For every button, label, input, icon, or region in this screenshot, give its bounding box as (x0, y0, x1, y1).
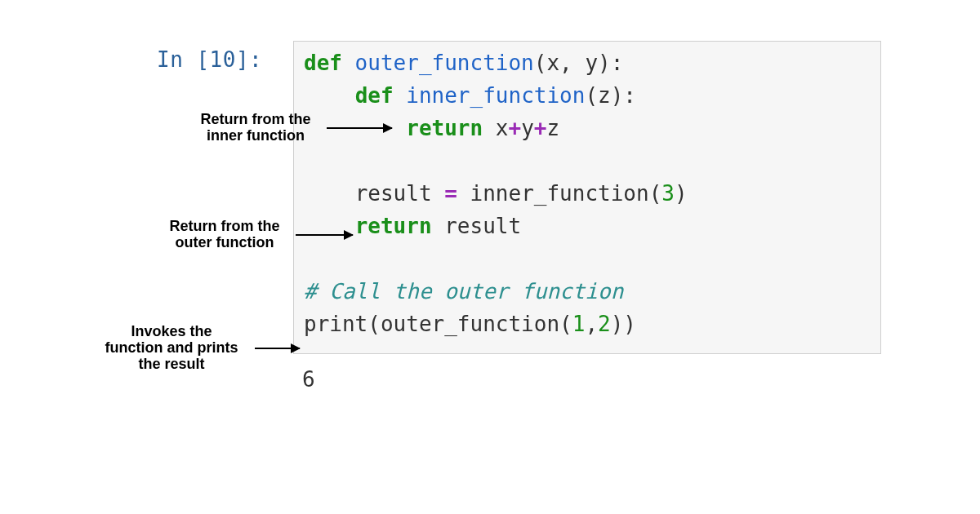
code-line-2: def inner_function(z): (304, 79, 871, 112)
arrow-invoke (255, 348, 300, 349)
code-line-4 (304, 144, 871, 177)
arrow-inner-return (327, 127, 392, 129)
code-line-5: result = inner_function(3) (304, 177, 871, 210)
code-line-1: def outer_function(x, y): (304, 47, 871, 79)
annotation-inner-return: Return from the inner function (186, 111, 325, 144)
code-line-9: print(outer_function(1,2)) (304, 308, 871, 340)
code-cell: def outer_function(x, y): def inner_func… (293, 41, 881, 354)
code-line-7 (304, 242, 871, 275)
code-line-6: return result (304, 210, 871, 242)
cell-output: 6 (302, 367, 315, 392)
cell-prompt: In [10]: (157, 47, 262, 72)
arrow-outer-return (296, 234, 353, 236)
annotation-invoke: Invokes the function and prints the resu… (90, 323, 253, 372)
figure-stage: In [10]: def outer_function(x, y): def i… (0, 0, 980, 514)
code-line-8: # Call the outer function (304, 275, 871, 308)
annotation-outer-return: Return from the outer function (155, 218, 294, 250)
